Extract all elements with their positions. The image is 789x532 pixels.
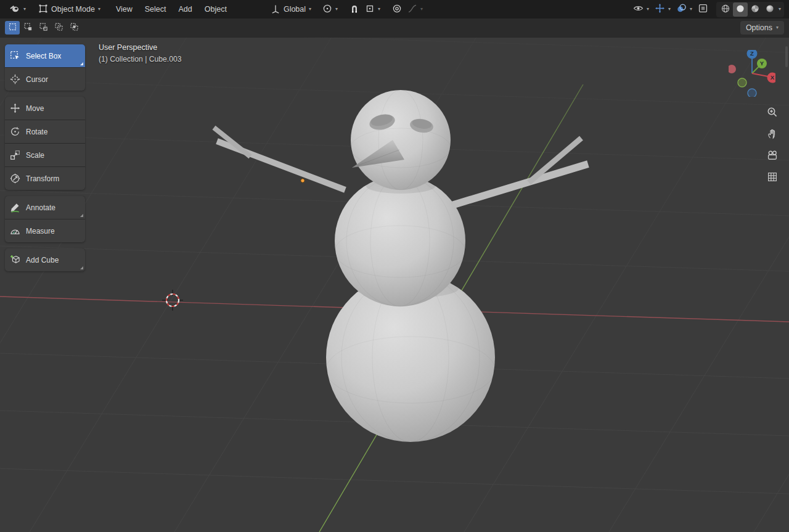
- transform-tool-icon: [10, 173, 20, 184]
- tool-scale[interactable]: Scale: [5, 144, 85, 166]
- transform-orientation-dropdown[interactable]: Global ▾: [266, 2, 316, 17]
- proportional-edit-toggle[interactable]: [390, 2, 404, 17]
- select-mode-subtract-icon: [39, 22, 48, 34]
- pivot-point-dropdown[interactable]: ▾: [318, 2, 342, 17]
- viewport-3d: User Perspective (1) Collection | Cube.0…: [0, 37, 789, 532]
- menu-add[interactable]: Add: [173, 2, 198, 17]
- viewport-overlay-text: User Perspective (1) Collection | Cube.0…: [99, 43, 182, 63]
- tool-transform[interactable]: Transform: [5, 167, 85, 190]
- object-origin-dot: [301, 179, 305, 182]
- snap-target-icon: [365, 4, 375, 15]
- tool-cursor[interactable]: Cursor: [5, 68, 85, 91]
- pan-button[interactable]: [764, 127, 780, 143]
- editor-mode-dropdown[interactable]: Object Mode ▾: [34, 2, 105, 17]
- toggle-xray-button[interactable]: [695, 2, 711, 17]
- measure-protractor-icon: [10, 226, 20, 236]
- navigation-gizmo[interactable]: Z Y X: [729, 50, 775, 97]
- select-mode-subtract-button[interactable]: [36, 21, 51, 35]
- shading-wireframe-button[interactable]: [718, 2, 733, 17]
- snap-settings-dropdown[interactable]: ▾: [362, 2, 383, 17]
- select-mode-intersect-icon: [70, 22, 79, 34]
- show-gizmo-dropdown[interactable]: ▾: [652, 2, 673, 17]
- object-visibility-dropdown[interactable]: ▾: [631, 2, 652, 17]
- menu-object[interactable]: Object: [198, 2, 233, 17]
- select-mode-new-icon: [8, 22, 17, 34]
- active-collection-label: (1) Collection | Cube.003: [99, 55, 182, 63]
- chevron-down-icon: ▾: [668, 7, 671, 12]
- scale-tool-icon: [10, 150, 20, 160]
- snowman-middle-sphere[interactable]: [335, 176, 465, 306]
- topbar: ▾ Object Mode ▾ View Select Add Object G…: [0, 0, 789, 18]
- cursor-tool-icon: [10, 74, 20, 84]
- options-dropdown[interactable]: Options ▾: [740, 21, 784, 35]
- view-perspective-label: User Perspective: [99, 43, 182, 52]
- scene-canvas[interactable]: [0, 37, 789, 532]
- select-mode-extend-icon: [23, 22, 33, 34]
- editor-mode-label: Object Mode: [51, 5, 95, 14]
- chevron-down-icon: ▾: [420, 7, 423, 12]
- chevron-down-icon: ▾: [647, 7, 649, 12]
- tool-label: Annotate: [26, 203, 55, 212]
- select-mode-new-button[interactable]: [5, 21, 20, 35]
- tool-rotate[interactable]: Rotate: [5, 120, 85, 143]
- gizmo-y-label: Y: [760, 60, 764, 67]
- blender-logo-icon: [9, 3, 20, 16]
- gizmo-arrows-icon: [655, 3, 665, 15]
- camera-view-button[interactable]: [764, 149, 780, 165]
- proportional-circle-icon: [392, 4, 402, 15]
- move-tool-icon: [10, 103, 20, 113]
- viewport-scrollbar[interactable]: [785, 46, 788, 67]
- tool-group-select: Select Box Cursor: [5, 44, 85, 91]
- blender-menu-button[interactable]: ▾: [5, 2, 30, 17]
- subtool-indicator: [80, 214, 83, 217]
- tool-label: Add Cube: [26, 256, 59, 264]
- subtool-indicator: [80, 62, 83, 65]
- snapping-group: ▾: [347, 2, 383, 17]
- menu-view[interactable]: View: [110, 2, 139, 17]
- menu-select[interactable]: Select: [139, 2, 173, 17]
- tool-label: Rotate: [26, 128, 47, 136]
- select-mode-extend-button[interactable]: [20, 21, 35, 35]
- chevron-down-icon: ▾: [779, 7, 781, 12]
- tool-measure[interactable]: Measure: [5, 219, 85, 242]
- proportional-falloff-dropdown[interactable]: ▾: [404, 2, 426, 17]
- gizmo-z-label: Z: [750, 50, 754, 57]
- tool-group-annotate: Annotate Measure: [5, 196, 85, 242]
- add-cube-icon: [10, 255, 20, 265]
- gizmo-neg-y-ball[interactable]: [738, 78, 746, 87]
- gizmo-neg-x-ball[interactable]: [729, 65, 736, 73]
- shading-solid-button[interactable]: [733, 2, 748, 17]
- tool-label: Measure: [26, 227, 55, 235]
- header-right-cluster: ▾ ▾ ▾: [631, 2, 784, 17]
- object-mode-icon: [38, 4, 48, 15]
- wireframe-sphere-icon: [721, 4, 730, 15]
- tool-label: Scale: [26, 151, 44, 160]
- shading-material-button[interactable]: [748, 2, 762, 17]
- shading-rendered-button[interactable]: [762, 2, 777, 17]
- snap-toggle-button[interactable]: [347, 2, 362, 17]
- chevron-down-icon: ▾: [776, 25, 779, 30]
- falloff-curve-icon: [407, 4, 417, 15]
- show-overlays-dropdown[interactable]: ▾: [674, 2, 695, 17]
- chevron-down-icon: ▾: [98, 7, 100, 12]
- chevron-down-icon: ▾: [309, 7, 311, 12]
- pan-hand-icon: [767, 128, 778, 142]
- tool-select-box[interactable]: Select Box: [5, 44, 85, 67]
- solid-sphere-icon: [735, 4, 745, 15]
- xray-icon: [698, 3, 708, 15]
- magnet-icon: [350, 4, 359, 15]
- tool-settings-bar: Options ▾: [0, 18, 789, 37]
- tool-add-cube[interactable]: Add Cube: [5, 248, 85, 271]
- proportional-edit-group: ▾: [390, 2, 426, 17]
- tool-move[interactable]: Move: [5, 97, 85, 120]
- tool-annotate[interactable]: Annotate: [5, 196, 85, 219]
- select-mode-invert-icon: [54, 22, 63, 34]
- eye-icon: [633, 3, 644, 15]
- orientation-axes-icon: [271, 4, 280, 15]
- gizmo-neg-z-ball[interactable]: [748, 89, 756, 97]
- perspective-toggle-button[interactable]: [764, 170, 780, 186]
- zoom-button[interactable]: [764, 105, 780, 121]
- select-mode-intersect-button[interactable]: [67, 21, 81, 35]
- select-mode-invert-button[interactable]: [51, 21, 66, 35]
- snowman-head-sphere[interactable]: [351, 90, 451, 190]
